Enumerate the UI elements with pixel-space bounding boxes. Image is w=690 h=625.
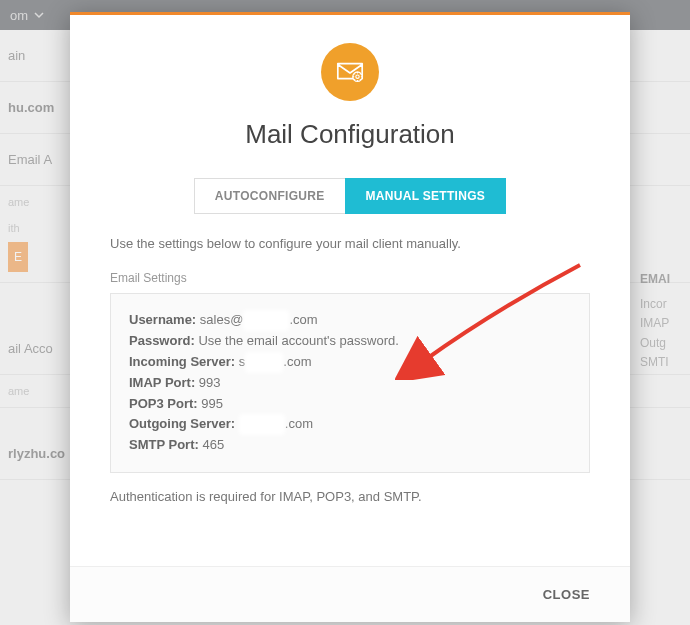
config-tabs: AUTOCONFIGURE MANUAL SETTINGS (110, 178, 590, 214)
section-label: Email Settings (110, 271, 590, 285)
setting-password: Password: Use the email account's passwo… (129, 331, 571, 352)
mail-settings-icon (321, 43, 379, 101)
tab-manual-settings[interactable]: MANUAL SETTINGS (345, 178, 507, 214)
auth-note: Authentication is required for IMAP, POP… (110, 489, 590, 504)
setting-username: Username: sales@xxxx.com (129, 310, 571, 331)
setting-imap-port: IMAP Port: 993 (129, 373, 571, 394)
modal-icon-wrap (110, 43, 590, 101)
email-settings-box: Username: sales@xxxx.com Password: Use t… (110, 293, 590, 473)
modal-title: Mail Configuration (110, 119, 590, 150)
modal-footer: CLOSE (70, 566, 630, 622)
setting-smtp-port: SMTP Port: 465 (129, 435, 571, 456)
setting-outgoing-server: Outgoing Server: xxxx.com (129, 414, 571, 435)
close-button[interactable]: CLOSE (543, 587, 590, 602)
setting-pop3-port: POP3 Port: 995 (129, 394, 571, 415)
instruction-text: Use the settings below to configure your… (110, 236, 590, 251)
setting-incoming-server: Incoming Server: sxxxx.com (129, 352, 571, 373)
mail-config-modal: Mail Configuration AUTOCONFIGURE MANUAL … (70, 12, 630, 622)
tab-autoconfigure[interactable]: AUTOCONFIGURE (194, 178, 345, 214)
